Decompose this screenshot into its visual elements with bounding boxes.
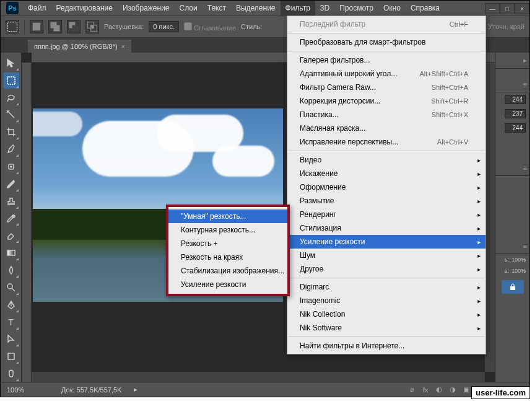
filter-pixelate[interactable]: Оформление▸ [287,180,486,194]
filter-noise[interactable]: Шум▸ [287,249,486,262]
sb-adjust-icon[interactable]: ◑ [448,385,458,395]
minimize-button[interactable]: — [485,3,500,14]
selection-add-icon[interactable] [48,20,62,33]
filter-oil[interactable]: Масляная краска... [287,121,486,135]
pen-tool[interactable] [3,297,19,313]
shake-reduction-item[interactable]: Стабилизация изображения... [168,264,287,278]
filter-adaptive[interactable]: Адаптивный широкий угол...Alt+Shift+Ctrl… [287,67,486,81]
lock-button[interactable] [502,280,524,294]
filter-sharpen[interactable]: Усиление резкости▸ [287,235,486,249]
filter-nik-collection[interactable]: Nik Collection▸ [287,307,486,321]
filter-distort[interactable]: Искажение▸ [287,167,486,180]
stamp-tool[interactable] [3,193,19,209]
sb-mask-icon[interactable]: ◐ [434,385,444,395]
info-arrow-icon[interactable]: ▸ [134,386,137,394]
filter-liquify[interactable]: Пластика...Shift+Ctrl+X [287,108,486,121]
filter-imagenomic[interactable]: Imagenomic▸ [287,294,486,307]
menu-text[interactable]: Текст [203,1,231,15]
svg-rect-10 [91,25,94,29]
filter-smart[interactable]: Преобразовать для смарт-фильтров [287,35,486,49]
menu-separator [288,33,485,33]
scrollbar-horizontal[interactable] [32,372,485,382]
refine-edge-button: Уточн. край [488,23,525,30]
svg-rect-5 [54,25,60,32]
move-tool[interactable] [3,55,19,71]
scrollbar-vertical[interactable] [485,63,495,372]
tab-close-icon[interactable]: × [121,43,125,50]
hand-tool[interactable] [3,366,19,382]
filter-other[interactable]: Другое▸ [287,262,486,276]
color-r-input[interactable]: 244 [505,95,526,104]
marquee-tool[interactable] [3,73,19,89]
menu-file[interactable]: Файл [23,1,51,15]
panel-header-2[interactable]: ≡ [495,160,530,176]
selection-subtract-icon[interactable] [67,20,81,33]
menu-window[interactable]: Окно [378,1,406,15]
menu-separator [288,337,485,337]
feather-input[interactable]: 0 пикс. [149,21,179,32]
menu-edit[interactable]: Редактирование [51,1,118,15]
status-bar: 100% Док: 557,5K/557,5K ▸ ⌀ fx ◐ ◑ ▣ ▤ 🗑 [1,382,530,397]
filter-lens[interactable]: Коррекция дисторсии...Shift+Ctrl+R [287,94,486,108]
history-brush-tool[interactable] [3,211,19,227]
close-button[interactable]: × [515,3,530,14]
svg-point-15 [7,284,12,289]
filter-vanishing[interactable]: Исправление перспективы...Alt+Ctrl+V [287,135,486,149]
filter-digimarc[interactable]: Digimarc▸ [287,280,486,294]
filter-blur[interactable]: Размытие▸ [287,194,486,208]
svg-rect-17 [510,286,515,290]
sb-link-icon[interactable]: ⌀ [407,385,417,395]
filter-stylize[interactable]: Стилизация▸ [287,221,486,235]
opacity-value[interactable]: 100% [512,257,526,263]
document-tab[interactable]: пппп.jpg @ 100% (RGB/8*) × [28,40,131,53]
filter-render[interactable]: Рендеринг▸ [287,208,486,221]
brush-tool[interactable] [3,176,19,192]
eyedropper-tool[interactable] [3,141,19,157]
sharpen-item[interactable]: Усиление резкости [168,278,287,291]
color-b-input[interactable]: 244 [505,123,526,133]
filter-nik-software[interactable]: Nik Software▸ [287,321,486,335]
menu-image[interactable]: Изображение [118,1,175,15]
path-select-tool[interactable] [3,332,19,348]
selection-new-icon[interactable] [30,20,43,33]
sb-folder-icon[interactable]: ▣ [461,385,471,395]
opacity-label: ь: [505,257,509,263]
crop-tool[interactable] [3,124,19,140]
menu-3d[interactable]: 3D [315,1,334,15]
smart-sharpen-item[interactable]: "Умная" резкость... [168,209,287,223]
panel-header-3[interactable]: ≡ [495,238,530,254]
shape-tool[interactable] [3,348,19,364]
blur-tool[interactable] [3,262,19,278]
menu-select[interactable]: Выделение [231,1,281,15]
maximize-button[interactable]: □ [500,3,515,14]
separator [24,19,25,34]
sharpen-edges-item[interactable]: Резкость на краях [168,250,287,264]
lasso-tool[interactable] [3,90,19,106]
menu-view[interactable]: Просмотр [334,1,378,15]
marquee-preset-icon[interactable] [6,20,19,33]
type-tool[interactable]: T [3,314,19,330]
filter-camera-raw[interactable]: Фильтр Camera Raw...Shift+Ctrl+A [287,81,486,94]
svg-rect-7 [72,25,79,32]
eraser-tool[interactable] [3,227,19,244]
menu-help[interactable]: Справка [406,1,445,15]
panel-header[interactable]: ≡ [495,76,530,92]
filter-video[interactable]: Видео▸ [287,153,486,167]
sharpen-more-item[interactable]: Резкость + [168,237,287,250]
color-g-input[interactable]: 237 [505,109,526,118]
fill-value[interactable]: 100% [512,268,526,274]
gradient-tool[interactable] [3,245,19,261]
menu-layers[interactable]: Слои [175,1,203,15]
sb-fx-icon[interactable]: fx [421,385,430,395]
filter-gallery[interactable]: Галерея фильтров... [287,53,486,67]
dodge-tool[interactable] [3,280,19,296]
filter-browse-online[interactable]: Найти фильтры в Интернете... [287,339,486,353]
filter-last: Последний фильтрCtrl+F [287,17,486,31]
panel-collapse-icon[interactable]: ▸ [495,53,530,69]
wand-tool[interactable] [3,107,19,123]
selection-intersect-icon[interactable] [85,20,99,33]
menu-filter[interactable]: Фильтр [281,1,315,15]
unsharp-mask-item[interactable]: Контурная резкость... [168,223,287,237]
zoom-display[interactable]: 100% [7,386,49,394]
healing-tool[interactable] [3,159,19,175]
